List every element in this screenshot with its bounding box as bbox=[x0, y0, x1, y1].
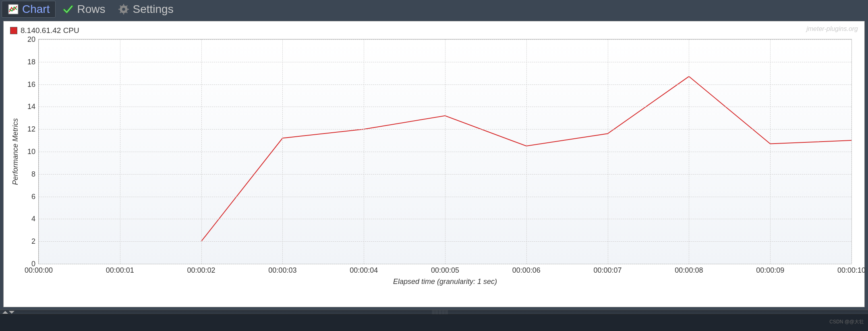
view-tabs: Chart Rows Settings bbox=[0, 0, 868, 19]
chevron-down-icon bbox=[9, 311, 15, 314]
y-tick: 16 bbox=[27, 80, 35, 88]
legend-label: 8.140.61.42 CPU bbox=[21, 26, 79, 35]
plot-area: Performance Metrics Elapsed time (granul… bbox=[38, 39, 852, 264]
tab-chart-label: Chart bbox=[22, 3, 50, 16]
chart-icon bbox=[8, 4, 19, 15]
y-tick: 8 bbox=[31, 170, 35, 178]
gear-icon bbox=[118, 4, 129, 15]
tab-rows-label: Rows bbox=[77, 3, 105, 16]
svg-rect-5 bbox=[118, 9, 120, 10]
svg-rect-6 bbox=[127, 9, 129, 10]
chart-panel: 8.140.61.42 CPU jmeter-plugins.org Perfo… bbox=[3, 21, 865, 307]
legend-swatch bbox=[10, 27, 17, 34]
svg-point-2 bbox=[122, 8, 126, 11]
tab-rows[interactable]: Rows bbox=[56, 1, 111, 18]
log-watermark: CSDN @@大壮 bbox=[829, 316, 864, 327]
y-axis-label: Performance Metrics bbox=[11, 118, 20, 185]
pane-splitter[interactable]: ░░░░░ bbox=[0, 310, 868, 315]
x-tick: 00:00:08 bbox=[675, 266, 703, 275]
chevron-up-icon bbox=[2, 311, 8, 314]
y-tick: 20 bbox=[27, 35, 35, 44]
x-tick: 00:00:05 bbox=[431, 266, 459, 275]
x-axis-label: Elapsed time (granularity: 1 sec) bbox=[393, 278, 497, 286]
y-tick: 14 bbox=[27, 103, 35, 111]
check-icon bbox=[62, 4, 74, 15]
x-tick: 00:00:07 bbox=[594, 266, 622, 275]
tab-settings-label: Settings bbox=[133, 3, 173, 16]
splitter-grip-icon: ░░░░░ bbox=[432, 310, 448, 315]
chart-watermark: jmeter-plugins.org bbox=[806, 25, 858, 33]
x-tick: 00:00:10 bbox=[837, 266, 866, 275]
tab-settings[interactable]: Settings bbox=[112, 1, 179, 18]
x-tick: 00:00:03 bbox=[268, 266, 296, 275]
svg-rect-3 bbox=[123, 4, 124, 6]
legend: 8.140.61.42 CPU bbox=[8, 25, 860, 36]
x-tick: 00:00:06 bbox=[512, 266, 541, 275]
x-tick: 00:00:02 bbox=[187, 266, 215, 275]
y-tick: 6 bbox=[31, 192, 35, 201]
y-tick: 18 bbox=[27, 58, 35, 66]
y-tick: 10 bbox=[27, 148, 35, 156]
log-panel[interactable]: CSDN @@大壮 132023-07-19 14:33:08,027 INFO… bbox=[0, 315, 868, 331]
x-tick: 00:00:09 bbox=[756, 266, 784, 275]
x-tick: 00:00:00 bbox=[25, 266, 53, 275]
svg-rect-4 bbox=[123, 13, 124, 14]
x-tick: 00:00:01 bbox=[106, 266, 134, 275]
tab-chart[interactable]: Chart bbox=[2, 1, 56, 18]
y-tick: 12 bbox=[27, 125, 35, 134]
y-tick: 4 bbox=[31, 215, 35, 223]
y-tick: 2 bbox=[31, 237, 35, 246]
x-tick: 00:00:04 bbox=[350, 266, 378, 275]
